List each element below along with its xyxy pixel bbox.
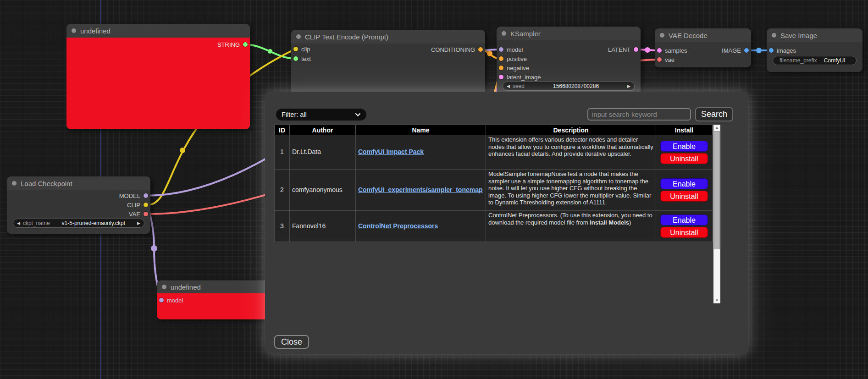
output-dot-CLIP[interactable] <box>144 203 148 207</box>
enable-button[interactable]: Enable <box>660 141 708 152</box>
cell-author: Dr.Lt.Data <box>290 135 356 170</box>
input-dot-images[interactable] <box>769 48 774 53</box>
extension-link[interactable]: ComfyUI_experiments/sampler_tonemap <box>358 186 483 193</box>
output-slot-MODEL: MODEL <box>7 192 150 199</box>
widget-label: seed <box>513 83 525 89</box>
node-header[interactable]: CLIP Text Encode (Prompt) <box>291 30 485 44</box>
graph-canvas[interactable]: undefinedSTRINGCLIP Text Encode (Prompt)… <box>0 0 868 379</box>
close-button[interactable]: Close <box>274 335 309 349</box>
wire-dot-string <box>268 49 272 54</box>
cell-id: 2 <box>275 170 290 211</box>
search-input[interactable] <box>587 108 691 121</box>
scrollbar-thumb[interactable] <box>714 131 720 249</box>
input-dot-negative[interactable] <box>499 66 503 70</box>
search-button[interactable]: Search <box>695 107 733 121</box>
node-vae-decode[interactable]: VAE DecodesamplesvaeIMAGE <box>655 28 751 67</box>
widget-seed[interactable]: ◀seed156680208700286▶ <box>503 82 635 91</box>
input-slot-vae: vae <box>655 56 751 63</box>
widget-value: ComfyUI <box>817 57 852 64</box>
uninstall-button[interactable]: Uninstall <box>660 227 708 238</box>
node-status-dot <box>660 33 664 38</box>
node-load-checkpoint[interactable]: Load CheckpointMODELCLIPVAE◀ckpt_namev1-… <box>7 176 150 234</box>
node-title: CLIP Text Encode (Prompt) <box>305 33 388 41</box>
description-segment: Install Models <box>590 219 629 226</box>
extension-link[interactable]: ComfyUI Impact Pack <box>358 148 424 155</box>
output-slot-LATENT: LATENT <box>497 46 641 53</box>
output-dot-MODEL[interactable] <box>144 193 148 198</box>
cell-name: ComfyUI_experiments/sampler_tonemap <box>356 170 486 211</box>
widget-right-arrow-icon[interactable]: ▶ <box>137 221 140 225</box>
extension-link[interactable]: ControlNet Preprocessors <box>358 222 438 230</box>
scrollbar-up-arrow-icon[interactable]: ▲ <box>713 125 720 131</box>
output-label: VAE <box>129 211 140 218</box>
output-slot-CLIP: CLIP <box>7 201 150 209</box>
node-status-dot <box>772 33 776 38</box>
input-dot-positive[interactable] <box>499 56 503 61</box>
table-row: 3Fannovel16ControlNet PreprocessorsContr… <box>275 211 713 242</box>
widget-ckpt_name[interactable]: ◀ckpt_namev1-5-pruned-emaonly.ckpt▶ <box>13 219 144 228</box>
input-slot-images: images <box>767 47 862 54</box>
input-dot-latent_image[interactable] <box>499 75 503 79</box>
scrollbar-down-arrow-icon[interactable]: ▼ <box>713 297 720 303</box>
node-body <box>655 42 751 67</box>
input-label: latent_image <box>507 74 541 81</box>
node-header[interactable]: Load Checkpoint <box>7 176 150 190</box>
description-segment: ModelSamplerTonemapNoiseTest a node that… <box>488 170 651 206</box>
output-slot-STRING: STRING <box>66 41 250 48</box>
filter-select[interactable]: Filter: all <box>276 109 366 121</box>
custom-nodes-manager-dialog: Filter: all Search ID Author Name Descri… <box>265 92 748 354</box>
output-dot-STRING[interactable] <box>243 42 248 47</box>
cell-id: 3 <box>275 211 290 242</box>
input-label: negative <box>507 65 529 71</box>
node-header[interactable]: KSampler <box>497 27 641 40</box>
input-slot-negative: negative <box>497 64 641 71</box>
output-label: CONDITIONING <box>431 46 475 53</box>
table-scrollbar[interactable]: ▲ ▼ <box>713 125 720 303</box>
enable-button[interactable]: Enable <box>660 178 708 189</box>
widget-value: 156680208700286 <box>525 83 627 89</box>
table-row: 1Dr.Lt.DataComfyUI Impact PackThis exten… <box>275 135 713 170</box>
input-label: model <box>167 297 183 304</box>
node-status-dot <box>12 181 17 186</box>
node-body <box>66 38 250 129</box>
input-label: images <box>777 47 796 54</box>
widget-label: ckpt_name <box>23 220 50 226</box>
node-title: Save Image <box>780 32 817 39</box>
node-header[interactable]: Save Image <box>767 28 862 42</box>
input-dot-vae[interactable] <box>657 57 662 62</box>
output-dot-CONDITIONING[interactable] <box>478 47 483 52</box>
node-title: Load Checkpoint <box>21 180 72 187</box>
widget-filename_prefix[interactable]: filename_prefixComfyUI <box>773 56 857 65</box>
table-header-row: ID Author Name Description Install <box>275 125 713 135</box>
input-label: text <box>301 55 311 62</box>
cell-install: EnableUninstall <box>656 211 713 242</box>
output-dot-VAE[interactable] <box>144 212 148 216</box>
uninstall-button[interactable]: Uninstall <box>660 153 708 164</box>
cell-name: ComfyUI Impact Pack <box>356 135 486 170</box>
cell-id: 1 <box>275 135 290 170</box>
header-id: ID <box>275 125 290 135</box>
output-dot-LATENT[interactable] <box>634 47 638 52</box>
enable-button[interactable]: Enable <box>660 214 708 225</box>
filter-select-value: Filter: all <box>282 111 307 118</box>
input-slot-positive: positive <box>497 55 641 62</box>
input-dot-text[interactable] <box>293 56 298 61</box>
input-dot-model[interactable] <box>159 298 164 302</box>
node-save-image[interactable]: Save Imageimagesfilename_prefixComfyUI <box>767 28 862 72</box>
widget-left-arrow-icon[interactable]: ◀ <box>507 84 510 88</box>
node-undefined-top[interactable]: undefinedSTRING <box>66 24 250 129</box>
cell-description: ModelSamplerTonemapNoiseTest a node that… <box>486 170 656 211</box>
widget-left-arrow-icon[interactable]: ◀ <box>17 221 20 225</box>
description-segment: This extension offers various detector n… <box>488 136 653 157</box>
output-dot-IMAGE[interactable] <box>744 48 749 53</box>
node-header[interactable]: undefined <box>66 24 250 38</box>
widget-right-arrow-icon[interactable]: ▶ <box>627 84 630 88</box>
input-slot-latent_image: latent_image <box>497 73 641 81</box>
output-label: LATENT <box>608 46 630 53</box>
wire-dot-clip <box>180 148 185 153</box>
node-status-dot <box>296 34 301 39</box>
node-header[interactable]: VAE Decode <box>655 28 751 42</box>
header-author: Author <box>290 125 356 135</box>
table-row: 2comfyanonymousComfyUI_experiments/sampl… <box>275 170 713 211</box>
uninstall-button[interactable]: Uninstall <box>660 191 708 202</box>
